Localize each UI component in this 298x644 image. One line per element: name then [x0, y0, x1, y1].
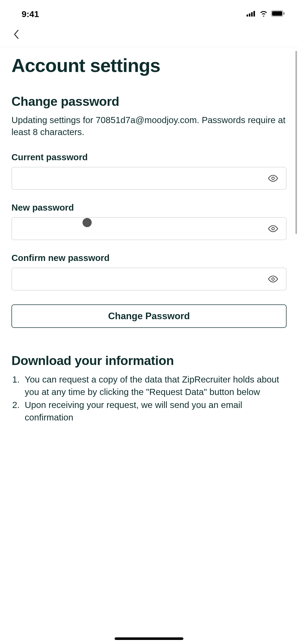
download-section: Download your information You can reques…	[11, 353, 287, 423]
status-icons	[247, 10, 285, 18]
change-password-title: Change password	[11, 94, 287, 109]
download-title: Download your information	[11, 353, 287, 368]
chevron-left-icon	[13, 29, 20, 39]
wifi-icon	[259, 10, 268, 18]
status-time: 9:41	[22, 9, 39, 19]
svg-point-9	[272, 278, 274, 280]
download-list-item: You can request a copy of the data that …	[22, 373, 287, 398]
svg-rect-2	[251, 12, 253, 17]
confirm-password-label: Confirm new password	[11, 253, 287, 263]
svg-rect-3	[253, 11, 255, 17]
eye-icon	[268, 225, 278, 232]
back-button[interactable]	[11, 29, 22, 39]
new-password-label: New password	[11, 202, 287, 213]
svg-rect-0	[247, 14, 248, 17]
confirm-password-field-wrapper	[11, 268, 287, 290]
svg-point-8	[272, 227, 274, 230]
change-password-section: Change password Updating settings for 70…	[11, 94, 287, 353]
new-password-input[interactable]	[11, 217, 287, 240]
content: Account settings Change password Updatin…	[0, 47, 298, 423]
download-list-item: Upon receiving your request, we will sen…	[22, 399, 287, 423]
scrollbar[interactable]	[295, 51, 297, 234]
nav-bar	[0, 25, 298, 47]
status-bar: 9:41	[0, 0, 298, 25]
current-password-field-wrapper	[11, 167, 287, 190]
battery-icon	[271, 10, 285, 18]
current-password-input[interactable]	[11, 167, 287, 190]
toggle-current-password-visibility[interactable]	[266, 172, 280, 184]
cursor-indicator	[83, 218, 92, 227]
cellular-icon	[247, 10, 256, 18]
svg-rect-6	[283, 12, 285, 15]
current-password-label: Current password	[11, 152, 287, 162]
download-list: You can request a copy of the data that …	[11, 373, 287, 423]
page-title: Account settings	[11, 55, 287, 76]
eye-icon	[268, 174, 278, 182]
svg-rect-5	[272, 11, 282, 16]
svg-point-7	[272, 177, 274, 180]
toggle-new-password-visibility[interactable]	[266, 223, 280, 235]
confirm-password-input[interactable]	[11, 268, 287, 290]
change-password-button[interactable]: Change Password	[11, 304, 287, 328]
home-indicator[interactable]	[115, 637, 183, 640]
svg-rect-1	[249, 13, 250, 17]
toggle-confirm-password-visibility[interactable]	[266, 273, 280, 285]
new-password-field-wrapper	[11, 217, 287, 240]
eye-icon	[268, 275, 278, 283]
change-password-description: Updating settings for 70851d7a@moodjoy.c…	[11, 114, 287, 138]
